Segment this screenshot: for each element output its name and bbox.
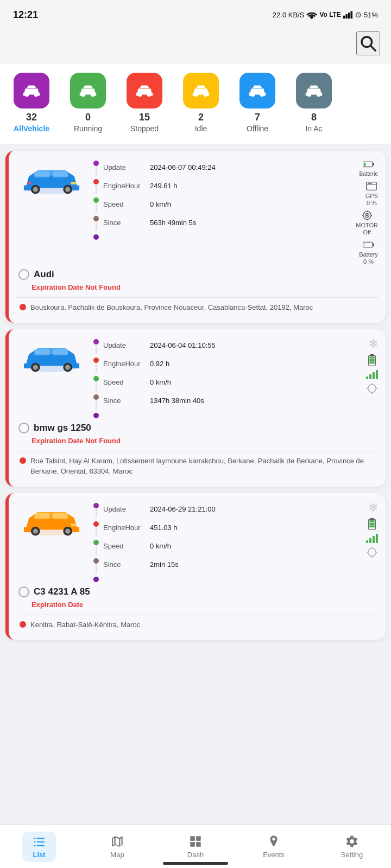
c3-card-top: Update 2024-06-29 21:21:00 EngineHour 45… [16,501,378,582]
tab-all-vehicle[interactable]: 32 AllVehicle [4,71,59,135]
bmw-address-dot [20,457,26,464]
svg-rect-76 [34,838,35,839]
c3-radio[interactable] [18,586,29,597]
car-image-c3 [16,501,87,544]
offline-icon-wrap [239,73,275,108]
snowflake-icon-item: ❄ [368,337,378,351]
car-icon-offline [247,80,268,101]
svg-rect-82 [190,836,195,841]
car-icon-stopped [134,80,155,101]
running-count: 0 [85,112,91,123]
home-indicator [163,862,228,865]
c3-crosshair-item [366,546,378,558]
audi-side-icons: Batterie GPS 0 % [340,158,378,265]
search-button[interactable] [356,31,380,55]
idle-count: 2 [198,112,204,123]
wifi-icon [306,10,317,19]
audi-name-row: Audi [16,269,378,280]
svg-point-23 [33,187,38,192]
svg-rect-39 [373,244,374,246]
signal-bar-2 [369,374,371,379]
c3-signal-bar-3 [373,536,375,543]
svg-rect-27 [27,182,31,184]
bmw-card-top: Update 2024-06-04 01:10:55 EngineHour 0.… [16,337,378,418]
svg-rect-0 [343,16,345,18]
nav-events[interactable]: Events [235,825,313,868]
crosshair-icon [366,382,378,394]
all-label: AllVehicle [14,124,49,133]
audi-radio[interactable] [18,269,29,280]
svg-point-53 [368,384,376,392]
svg-point-11 [138,93,142,97]
svg-rect-85 [196,842,201,847]
c3-address: Kenitra, Rabat-Salé-Kénitra, Maroc [16,615,378,634]
c3-crosshair-icon [366,546,378,558]
inac-label: In Ac [305,124,322,133]
svg-point-18 [317,93,321,97]
svg-rect-43 [53,349,68,355]
svg-point-8 [34,93,39,97]
battery-icon-svg [363,158,375,170]
nav-setting[interactable]: Setting [313,825,391,868]
svg-rect-69 [369,522,374,525]
svg-rect-40 [363,243,364,246]
stopped-count: 15 [139,112,150,123]
c3-snowflake-item: ❄ [368,501,378,515]
svg-rect-79 [37,841,45,842]
svg-rect-3 [350,11,352,19]
svg-rect-52 [369,361,374,363]
svg-rect-20 [34,171,49,177]
battery-icon: ⊙ [355,10,362,19]
bmw-name: bmw gs 1250 [34,423,91,433]
tab-offline[interactable]: 7 Offline [230,71,285,135]
running-label: Running [74,124,102,133]
all-count: 32 [26,112,37,123]
audi-timeline: Update 2024-06-07 00:49:24 EngineHour 24… [92,158,335,240]
lte-label: Vo LTE [319,11,341,18]
tab-idle[interactable]: 2 Idle [174,71,228,135]
battery-green-item [366,354,378,366]
tab-running[interactable]: 0 Running [61,71,115,135]
nav-map-label: Map [110,851,124,859]
vehicle-card-audi[interactable]: Update 2024-06-07 00:49:24 EngineHour 24… [5,151,386,323]
svg-point-14 [204,93,208,97]
batterie-icon-item: Batterie [360,158,378,177]
svg-point-37 [366,214,368,216]
svg-point-25 [65,187,70,192]
bmw-radio[interactable] [18,423,29,433]
signal-bar-4 [376,370,378,379]
svg-rect-26 [71,182,75,184]
c3-signal-bar-4 [376,534,378,543]
idle-icon-wrap [183,73,219,108]
card-top: Update 2024-06-07 00:49:24 EngineHour 24… [16,158,378,265]
audi-name: Audi [34,269,54,280]
signal-bar-3 [373,372,375,379]
signal-bars-item [366,369,378,379]
motor-icon-item: MOTOR Off [356,209,378,235]
battery-percent: 51% [364,11,378,19]
car-image-bmw [16,337,87,380]
tab-stopped[interactable]: 15 Stopped [117,71,172,135]
bmw-expiration: Expiration Date Not Found [16,433,378,445]
svg-rect-2 [348,12,350,18]
address-dot [20,304,26,310]
vehicle-card-bmw[interactable]: Update 2024-06-04 01:10:55 EngineHour 0.… [5,329,386,487]
nav-list[interactable]: List [0,825,78,868]
c3-name: C3 4231 A 85 [34,586,90,597]
svg-point-13 [194,93,199,97]
svg-rect-30 [364,163,366,166]
tab-inac[interactable]: 8 In Ac [287,71,341,135]
c3-expiration: Expiration Date [16,597,378,609]
nav-map[interactable]: Map [78,825,156,868]
nav-list-label: List [33,851,45,859]
idle-label: Idle [195,124,207,133]
vehicle-card-c3[interactable]: Update 2024-06-29 21:21:00 EngineHour 45… [5,493,386,640]
svg-point-62 [33,529,38,534]
c3-snowflake-icon: ❄ [368,501,378,515]
network-speed: 22.0 KB/S [273,11,305,19]
offline-label: Offline [247,124,268,133]
svg-point-34 [370,183,372,184]
svg-rect-65 [71,524,75,526]
nav-events-label: Events [263,851,285,859]
gps-icon-item: GPS 0 % [365,180,378,206]
